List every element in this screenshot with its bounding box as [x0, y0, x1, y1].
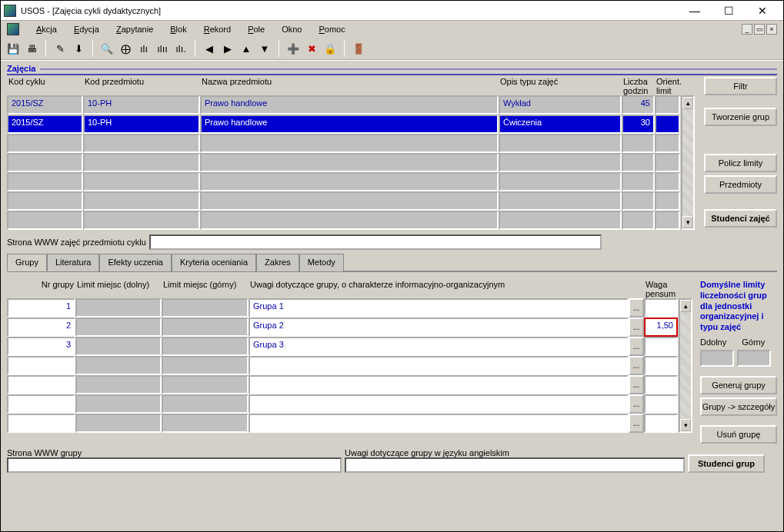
- scroll-up-icon[interactable]: ▴: [680, 300, 691, 312]
- toolbar: 💾 🖶 ✎ ⬇ 🔍 ⨁ ılı ılıı ılı. ◀ ▶ ▲ ▼ ➕ ✖ 🔒 …: [1, 38, 783, 61]
- mdi-minimize-button[interactable]: _: [742, 24, 752, 35]
- grid2-body: 1Grupa 1...2Grupa 2...1,503Grupa 3......…: [7, 298, 678, 433]
- col-kod-przedmiotu: Kod przedmiotu: [83, 77, 200, 95]
- bars2-icon[interactable]: ılıı: [155, 41, 170, 56]
- scroll-up-icon[interactable]: ▴: [682, 97, 693, 109]
- create-groups-button[interactable]: Tworzenie grup: [704, 108, 777, 126]
- menu-edycja[interactable]: Edycja: [74, 25, 99, 34]
- menu-pomoc[interactable]: Pomoc: [319, 25, 345, 34]
- upper-limit-label: Górny: [742, 337, 765, 347]
- title-bar: USOS - [Zajęcia cykli dydaktycznych] — ☐…: [1, 1, 783, 21]
- table-row[interactable]: [7, 134, 680, 153]
- grid2-header: Nr grupy Limit miejsc (dolny) Limit miej…: [7, 280, 692, 298]
- col-kod-cyklu: Kod cyklu: [7, 77, 83, 95]
- generate-groups-button[interactable]: Generuj grupy: [700, 376, 777, 394]
- students-of-groups-button[interactable]: Studenci grup: [688, 454, 765, 473]
- details-button[interactable]: ...: [629, 414, 644, 433]
- filter-button[interactable]: Filtr: [704, 77, 777, 95]
- calc-limits-button[interactable]: Policz limity: [704, 154, 777, 172]
- details-button[interactable]: ...: [629, 337, 644, 356]
- table-row[interactable]: ...: [7, 394, 678, 414]
- upper-limit-field[interactable]: [737, 350, 771, 367]
- table-row[interactable]: 2015/SZ10-PHPrawo handloweĆwiczenia30: [7, 115, 680, 134]
- print-icon[interactable]: 🖶: [24, 41, 39, 56]
- table-row[interactable]: ...: [7, 375, 678, 394]
- maximize-button[interactable]: ☐: [717, 4, 740, 18]
- bars1-icon[interactable]: ılı: [136, 41, 152, 56]
- col-waga-pensum: Waga pensum: [644, 280, 678, 298]
- scroll-down-icon[interactable]: ▾: [682, 216, 693, 228]
- details-button[interactable]: ...: [629, 375, 644, 394]
- mdi-close-button[interactable]: ×: [766, 24, 777, 35]
- close-button[interactable]: ✕: [751, 4, 774, 18]
- tab-kryteria-oceniania[interactable]: Kryteria oceniania: [172, 254, 256, 271]
- col-opis-typu: Opis typu zajęć: [499, 77, 622, 95]
- record-add-icon[interactable]: ➕: [285, 41, 301, 56]
- save-icon[interactable]: 💾: [5, 41, 21, 56]
- menu-bar: Akcja Edycja Zapytanie Blok Rekord Pole …: [1, 21, 783, 38]
- tab-metody[interactable]: Metody: [299, 254, 344, 271]
- menu-pole[interactable]: Pole: [248, 25, 265, 34]
- tab-literatura[interactable]: Literatura: [47, 254, 99, 271]
- search-enter-icon[interactable]: 🔍: [99, 41, 115, 56]
- www-group-label: Strona WWW grupy: [7, 448, 342, 457]
- table-row[interactable]: 3Grupa 3...: [7, 337, 678, 356]
- col-liczba-godzin: Liczba godzin: [622, 77, 655, 95]
- exit-icon[interactable]: 🚪: [351, 41, 366, 56]
- www-group-input[interactable]: [7, 457, 342, 473]
- lower-limit-field[interactable]: [700, 350, 734, 367]
- minimize-button[interactable]: —: [683, 4, 706, 18]
- tab-efekty-uczenia[interactable]: Efekty uczenia: [99, 254, 172, 271]
- grid1-header: Kod cyklu Kod przedmiotu Nazwa przedmiot…: [7, 77, 695, 95]
- subjects-button[interactable]: Przedmioty: [704, 175, 777, 194]
- record-lock-icon[interactable]: 🔒: [322, 41, 338, 56]
- nav-prev-icon[interactable]: ◀: [202, 41, 217, 56]
- bars3-icon[interactable]: ılı.: [173, 41, 188, 56]
- search-exec-icon[interactable]: ⨁: [118, 41, 133, 56]
- table-row[interactable]: 1Grupa 1...: [7, 298, 678, 318]
- record-delete-icon[interactable]: ✖: [304, 41, 319, 56]
- details-button[interactable]: ...: [629, 394, 644, 414]
- col-uwagi: Uwagi dotyczące grupy, o charakterze inf…: [249, 280, 629, 298]
- nav-down-icon[interactable]: ▼: [257, 41, 272, 56]
- grid2-scrollbar[interactable]: ▴ ▾: [679, 298, 692, 433]
- menu-blok[interactable]: Blok: [170, 25, 186, 34]
- table-row[interactable]: 2Grupa 2...1,50: [7, 318, 678, 337]
- menu-rekord[interactable]: Rekord: [204, 25, 231, 34]
- tab-grupy[interactable]: Grupy: [7, 254, 47, 271]
- table-row[interactable]: [7, 172, 680, 191]
- delete-group-button[interactable]: Usuń grupę: [700, 425, 777, 444]
- notes-en-input[interactable]: [345, 457, 685, 473]
- menu-akcja[interactable]: Akcja: [36, 25, 57, 34]
- www-course-label: Strona WWW zajęć przedmiotu cyklu: [7, 238, 146, 247]
- table-row[interactable]: [7, 211, 680, 230]
- menu-okno[interactable]: Okno: [282, 25, 302, 34]
- table-row[interactable]: 2015/SZ10-PHPrawo handloweWykład45: [7, 95, 680, 115]
- col-orient-limit: Orient. limit: [655, 77, 680, 95]
- www-course-input[interactable]: [149, 234, 602, 250]
- app-icon: [4, 5, 16, 17]
- details-button[interactable]: ...: [629, 298, 644, 318]
- scroll-down-icon[interactable]: ▾: [680, 419, 691, 431]
- table-row[interactable]: [7, 153, 680, 172]
- details-button[interactable]: ...: [629, 356, 644, 375]
- groups-details-button[interactable]: Grupy -> szczegóły: [700, 397, 777, 416]
- table-row[interactable]: [7, 191, 680, 211]
- table-row[interactable]: ...: [7, 356, 678, 375]
- students-of-class-button[interactable]: Studenci zajęć: [704, 209, 777, 228]
- details-button[interactable]: ...: [629, 318, 644, 337]
- mdi-icon: [7, 23, 19, 35]
- menu-zapytanie[interactable]: Zapytanie: [116, 25, 153, 34]
- tab-zakres[interactable]: Zakres: [256, 254, 299, 271]
- table-row[interactable]: ...: [7, 414, 678, 433]
- nav-next-icon[interactable]: ▶: [220, 41, 235, 56]
- nav-up-icon[interactable]: ▲: [239, 41, 254, 56]
- app-window: USOS - [Zajęcia cykli dydaktycznych] — ☐…: [0, 0, 784, 532]
- col-nazwa-przedmiotu: Nazwa przedmiotu: [200, 77, 499, 95]
- mdi-restore-button[interactable]: ▭: [754, 24, 765, 35]
- grid1-scrollbar[interactable]: ▴ ▾: [681, 95, 695, 230]
- notes-en-label: Uwagi dotyczące grupy w języku angielski…: [345, 448, 685, 457]
- edit-icon[interactable]: ✎: [52, 41, 68, 56]
- grid1-body: 2015/SZ10-PHPrawo handloweWykład452015/S…: [7, 95, 680, 230]
- download-icon[interactable]: ⬇: [71, 41, 86, 56]
